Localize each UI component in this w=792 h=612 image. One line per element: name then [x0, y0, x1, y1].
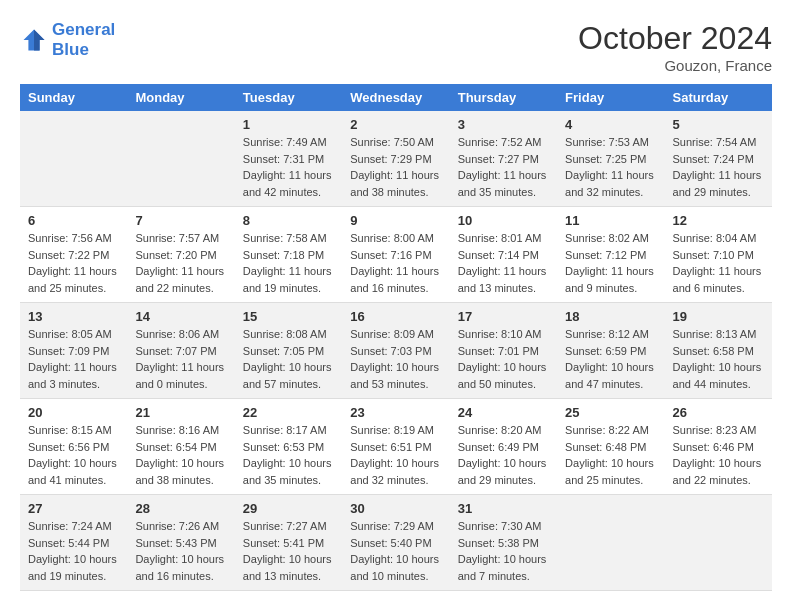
day-number: 8 — [243, 213, 334, 228]
calendar-cell: 11Sunrise: 8:02 AMSunset: 7:12 PMDayligh… — [557, 207, 664, 303]
day-info: Sunrise: 8:13 AMSunset: 6:58 PMDaylight:… — [673, 326, 764, 392]
day-info: Sunrise: 8:05 AMSunset: 7:09 PMDaylight:… — [28, 326, 119, 392]
calendar-cell: 31Sunrise: 7:30 AMSunset: 5:38 PMDayligh… — [450, 495, 557, 591]
day-number: 6 — [28, 213, 119, 228]
location-subtitle: Gouzon, France — [578, 57, 772, 74]
day-number: 21 — [135, 405, 226, 420]
calendar-cell: 25Sunrise: 8:22 AMSunset: 6:48 PMDayligh… — [557, 399, 664, 495]
day-number: 9 — [350, 213, 441, 228]
day-number: 7 — [135, 213, 226, 228]
calendar-week-row: 20Sunrise: 8:15 AMSunset: 6:56 PMDayligh… — [20, 399, 772, 495]
calendar-cell: 16Sunrise: 8:09 AMSunset: 7:03 PMDayligh… — [342, 303, 449, 399]
day-info: Sunrise: 8:09 AMSunset: 7:03 PMDaylight:… — [350, 326, 441, 392]
day-number: 11 — [565, 213, 656, 228]
calendar-cell: 24Sunrise: 8:20 AMSunset: 6:49 PMDayligh… — [450, 399, 557, 495]
calendar-cell: 18Sunrise: 8:12 AMSunset: 6:59 PMDayligh… — [557, 303, 664, 399]
day-number: 15 — [243, 309, 334, 324]
day-number: 28 — [135, 501, 226, 516]
calendar-cell: 7Sunrise: 7:57 AMSunset: 7:20 PMDaylight… — [127, 207, 234, 303]
day-number: 3 — [458, 117, 549, 132]
day-number: 13 — [28, 309, 119, 324]
day-number: 20 — [28, 405, 119, 420]
calendar-week-row: 6Sunrise: 7:56 AMSunset: 7:22 PMDaylight… — [20, 207, 772, 303]
calendar-cell: 17Sunrise: 8:10 AMSunset: 7:01 PMDayligh… — [450, 303, 557, 399]
header-monday: Monday — [127, 84, 234, 111]
svg-marker-1 — [34, 30, 45, 51]
header-sunday: Sunday — [20, 84, 127, 111]
title-section: October 2024 Gouzon, France — [578, 20, 772, 74]
day-info: Sunrise: 7:53 AMSunset: 7:25 PMDaylight:… — [565, 134, 656, 200]
day-number: 14 — [135, 309, 226, 324]
calendar-cell: 13Sunrise: 8:05 AMSunset: 7:09 PMDayligh… — [20, 303, 127, 399]
header-saturday: Saturday — [665, 84, 772, 111]
day-info: Sunrise: 7:54 AMSunset: 7:24 PMDaylight:… — [673, 134, 764, 200]
day-number: 31 — [458, 501, 549, 516]
calendar-week-row: 27Sunrise: 7:24 AMSunset: 5:44 PMDayligh… — [20, 495, 772, 591]
calendar-week-row: 1Sunrise: 7:49 AMSunset: 7:31 PMDaylight… — [20, 111, 772, 207]
calendar-cell: 23Sunrise: 8:19 AMSunset: 6:51 PMDayligh… — [342, 399, 449, 495]
day-number: 2 — [350, 117, 441, 132]
calendar-cell: 4Sunrise: 7:53 AMSunset: 7:25 PMDaylight… — [557, 111, 664, 207]
header-tuesday: Tuesday — [235, 84, 342, 111]
calendar-cell — [20, 111, 127, 207]
calendar-table: Sunday Monday Tuesday Wednesday Thursday… — [20, 84, 772, 591]
day-number: 4 — [565, 117, 656, 132]
day-info: Sunrise: 8:01 AMSunset: 7:14 PMDaylight:… — [458, 230, 549, 296]
header-row: Sunday Monday Tuesday Wednesday Thursday… — [20, 84, 772, 111]
day-number: 29 — [243, 501, 334, 516]
calendar-cell: 30Sunrise: 7:29 AMSunset: 5:40 PMDayligh… — [342, 495, 449, 591]
calendar-cell — [127, 111, 234, 207]
calendar-cell: 27Sunrise: 7:24 AMSunset: 5:44 PMDayligh… — [20, 495, 127, 591]
day-info: Sunrise: 8:00 AMSunset: 7:16 PMDaylight:… — [350, 230, 441, 296]
day-info: Sunrise: 7:27 AMSunset: 5:41 PMDaylight:… — [243, 518, 334, 584]
calendar-cell: 14Sunrise: 8:06 AMSunset: 7:07 PMDayligh… — [127, 303, 234, 399]
calendar-cell — [665, 495, 772, 591]
day-info: Sunrise: 7:56 AMSunset: 7:22 PMDaylight:… — [28, 230, 119, 296]
day-number: 17 — [458, 309, 549, 324]
day-info: Sunrise: 7:52 AMSunset: 7:27 PMDaylight:… — [458, 134, 549, 200]
day-number: 27 — [28, 501, 119, 516]
day-info: Sunrise: 8:19 AMSunset: 6:51 PMDaylight:… — [350, 422, 441, 488]
calendar-cell: 2Sunrise: 7:50 AMSunset: 7:29 PMDaylight… — [342, 111, 449, 207]
day-number: 1 — [243, 117, 334, 132]
calendar-cell: 3Sunrise: 7:52 AMSunset: 7:27 PMDaylight… — [450, 111, 557, 207]
header-wednesday: Wednesday — [342, 84, 449, 111]
day-number: 5 — [673, 117, 764, 132]
calendar-cell — [557, 495, 664, 591]
calendar-cell: 6Sunrise: 7:56 AMSunset: 7:22 PMDaylight… — [20, 207, 127, 303]
calendar-cell: 19Sunrise: 8:13 AMSunset: 6:58 PMDayligh… — [665, 303, 772, 399]
day-info: Sunrise: 8:08 AMSunset: 7:05 PMDaylight:… — [243, 326, 334, 392]
day-info: Sunrise: 8:02 AMSunset: 7:12 PMDaylight:… — [565, 230, 656, 296]
day-info: Sunrise: 8:06 AMSunset: 7:07 PMDaylight:… — [135, 326, 226, 392]
calendar-cell: 26Sunrise: 8:23 AMSunset: 6:46 PMDayligh… — [665, 399, 772, 495]
calendar-cell: 22Sunrise: 8:17 AMSunset: 6:53 PMDayligh… — [235, 399, 342, 495]
day-number: 26 — [673, 405, 764, 420]
day-number: 24 — [458, 405, 549, 420]
header-thursday: Thursday — [450, 84, 557, 111]
day-number: 18 — [565, 309, 656, 324]
day-info: Sunrise: 8:10 AMSunset: 7:01 PMDaylight:… — [458, 326, 549, 392]
day-info: Sunrise: 8:23 AMSunset: 6:46 PMDaylight:… — [673, 422, 764, 488]
day-info: Sunrise: 8:04 AMSunset: 7:10 PMDaylight:… — [673, 230, 764, 296]
calendar-cell: 15Sunrise: 8:08 AMSunset: 7:05 PMDayligh… — [235, 303, 342, 399]
day-info: Sunrise: 7:29 AMSunset: 5:40 PMDaylight:… — [350, 518, 441, 584]
calendar-cell: 1Sunrise: 7:49 AMSunset: 7:31 PMDaylight… — [235, 111, 342, 207]
calendar-cell: 9Sunrise: 8:00 AMSunset: 7:16 PMDaylight… — [342, 207, 449, 303]
calendar-cell: 12Sunrise: 8:04 AMSunset: 7:10 PMDayligh… — [665, 207, 772, 303]
day-number: 25 — [565, 405, 656, 420]
calendar-cell: 20Sunrise: 8:15 AMSunset: 6:56 PMDayligh… — [20, 399, 127, 495]
logo-icon — [20, 26, 48, 54]
day-info: Sunrise: 8:17 AMSunset: 6:53 PMDaylight:… — [243, 422, 334, 488]
calendar-cell: 8Sunrise: 7:58 AMSunset: 7:18 PMDaylight… — [235, 207, 342, 303]
day-number: 10 — [458, 213, 549, 228]
day-info: Sunrise: 8:15 AMSunset: 6:56 PMDaylight:… — [28, 422, 119, 488]
day-info: Sunrise: 8:12 AMSunset: 6:59 PMDaylight:… — [565, 326, 656, 392]
calendar-week-row: 13Sunrise: 8:05 AMSunset: 7:09 PMDayligh… — [20, 303, 772, 399]
day-info: Sunrise: 8:22 AMSunset: 6:48 PMDaylight:… — [565, 422, 656, 488]
calendar-cell: 5Sunrise: 7:54 AMSunset: 7:24 PMDaylight… — [665, 111, 772, 207]
day-info: Sunrise: 7:58 AMSunset: 7:18 PMDaylight:… — [243, 230, 334, 296]
calendar-cell: 28Sunrise: 7:26 AMSunset: 5:43 PMDayligh… — [127, 495, 234, 591]
calendar-cell: 29Sunrise: 7:27 AMSunset: 5:41 PMDayligh… — [235, 495, 342, 591]
day-info: Sunrise: 7:50 AMSunset: 7:29 PMDaylight:… — [350, 134, 441, 200]
day-info: Sunrise: 7:26 AMSunset: 5:43 PMDaylight:… — [135, 518, 226, 584]
